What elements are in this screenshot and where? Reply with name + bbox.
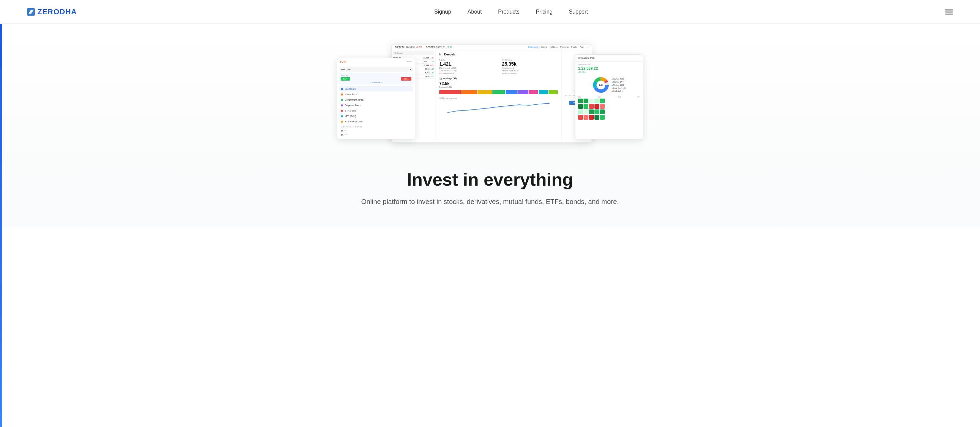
coin-nav-corpbonds[interactable]: Corporate bonds [339, 103, 413, 108]
legend-item-1: ■ Infy Cap 41.93 [611, 78, 625, 81]
hamburger-menu[interactable] [945, 8, 953, 16]
kite-wl-values-3: 2,399 -4.33 [424, 64, 434, 66]
heatmap-cell [589, 98, 594, 103]
kite-line-chart [439, 101, 558, 114]
heatmap-cell [578, 110, 583, 114]
coin-nav-dashboard[interactable]: Dashboard [339, 86, 413, 92]
heatmap-cell [589, 110, 594, 114]
coin-sell-button[interactable]: SELL [401, 77, 411, 81]
kite-commodity-margin: Margin used: 0 [502, 67, 558, 69]
heatmap-cell [578, 104, 583, 109]
kite-wl-change-3: -4.33 [430, 64, 434, 66]
console-header-label: Unrealised P&L [578, 57, 595, 59]
nav-support[interactable]: Support [569, 9, 588, 14]
kite-line-chart-svg [439, 101, 558, 114]
kite-equity-balance: Available balance [439, 72, 495, 75]
nav-about[interactable]: About [468, 9, 482, 14]
kite-nav-tabs: Dashboard Orders Holdings Positions Fund… [528, 46, 588, 48]
kite-wl-change-4: 1.98 [430, 68, 434, 70]
console-screenshot: Unrealised P&L Unrealised P&L 1,22,869.2… [575, 54, 643, 140]
kite-equity-margin: Margin used: 155.25 [439, 67, 456, 69]
nav-pricing[interactable]: Pricing [536, 9, 553, 14]
heatmap-grid [578, 98, 640, 120]
coin-nav-govbonds[interactable]: Government bonds [339, 97, 413, 102]
kite-main-panel: Hi, Deepak Equity 1.42L Margin used: 155… [436, 50, 561, 140]
bar-seg-7 [529, 90, 538, 94]
logo-link[interactable]: ZERODHA [27, 8, 77, 16]
coin-nav-mf-dot [341, 94, 343, 95]
nav-products[interactable]: Products [498, 9, 520, 14]
heatmap-cell [595, 98, 599, 103]
coin-summary: Summary BUY SELL ▲ View chart ▲ [339, 73, 413, 85]
coin-nav-nps[interactable]: NPS (Beta) [339, 114, 413, 119]
coin-topbar: coin Zerodha [337, 58, 415, 65]
heatmap-cell [595, 104, 599, 109]
brand-name: ZERODHA [37, 8, 77, 16]
kite-wl-price-5: 3,192 [425, 72, 430, 74]
coin-nav-corp-label: Corporate bonds [345, 104, 361, 106]
coin-nav-gov-dot [341, 99, 343, 101]
coin-nav-insurance[interactable]: Insurance by Ditto [339, 119, 413, 124]
kite-search[interactable]: 🔍 Search [393, 51, 434, 55]
heatmap-row-3 [578, 110, 640, 114]
kite-tab-holdings[interactable]: Holdings [550, 46, 557, 48]
coin-buy-button[interactable]: BUY [340, 77, 350, 81]
navbar: ZERODHA Signup About Products Pricing Su… [0, 0, 980, 24]
kite-stats-row: Equity 1.42L Margin used: 155.25 Amount … [439, 59, 558, 75]
kite-commodity-label: Commodity [502, 59, 558, 61]
nav-signup[interactable]: Signup [434, 9, 451, 14]
coin-nav-etf-label: ETF & SGS [345, 110, 356, 112]
kite-commodity-value: 25.35k [502, 62, 558, 66]
coin-nav-nps-label: NPS (Beta) [345, 115, 356, 117]
kite-tab-apps[interactable]: Apps [580, 46, 585, 48]
coin-nav-dot [341, 88, 343, 90]
kite-equity-label: Equity [439, 59, 495, 61]
console-pnl-label: Unrealised P&L [578, 63, 640, 66]
heatmap-row-2 [578, 104, 640, 109]
kite-tab-funds[interactable]: Funds [571, 46, 577, 48]
kite-nifty-ticker: NIFTY 50 17453.51 -1.3% [395, 46, 422, 48]
heatmap-cell [584, 115, 588, 120]
coin-dashboard-dropdown[interactable]: Dashboard ▾ [339, 67, 413, 72]
coin-nav-mutualfunds[interactable]: Mutual funds [339, 92, 413, 97]
month-oct: OCT [578, 96, 582, 98]
coin-nav-etf[interactable]: ETF & SGS [339, 108, 413, 113]
bar-seg-4 [492, 90, 505, 94]
coin-nav-nps-dot [341, 115, 343, 117]
heatmap-cell [584, 110, 588, 114]
bar-seg-1 [439, 90, 461, 94]
coin-view-chart: ▲ View chart ▲ [340, 82, 411, 84]
bar-seg-5 [506, 90, 517, 94]
kite-market-overview: 📈 Market overview [439, 97, 558, 114]
kite-equity-avail: Amount used: 10.45k [439, 70, 495, 72]
console-legend: ■ Infy Cap 41.93 ■ Mid Cap 17.44 ■ Flexi… [611, 78, 625, 93]
heatmap-months: OCT NOV DEC JAN [578, 96, 640, 98]
bar-seg-2 [461, 90, 478, 94]
kite-holdings-section: 📊 Holdings (58) 72.5k Invested: 1.23L [439, 77, 558, 94]
kite-holdings-invested: Invested: 1.23L [439, 86, 558, 88]
kite-greeting: Hi, Deepak [439, 53, 558, 56]
hero-text: Invest in everything Online platform to … [347, 170, 632, 207]
kite-tab-positions[interactable]: Positions [560, 46, 569, 48]
coin-fd-dot-2 [341, 134, 343, 136]
kite-bar-chart [439, 90, 558, 94]
chevron-down-icon: ▾ [410, 68, 411, 71]
svg-rect-2 [945, 11, 953, 13]
screenshots-cluster: coin Zerodha Dashboard ▾ Summary BUY SEL… [337, 44, 643, 149]
coin-fd-label-2: FD [344, 133, 347, 136]
kite-holdings-label: 📊 Holdings (58) [439, 77, 457, 80]
kite-tab-dashboard[interactable]: Dashboard [528, 46, 538, 48]
kite-avatar[interactable]: ● [587, 46, 588, 48]
kite-equity-value: 1.42L [439, 62, 495, 66]
coin-tagline: Zerodha [406, 60, 412, 63]
month-nov: NOV [598, 96, 601, 98]
kite-wl-values-6: 1,654 4.20 [425, 75, 434, 78]
coin-fd-item-1: FD [339, 129, 413, 133]
coin-fd-label-1: FD [344, 130, 347, 132]
kite-wl-values-4: 2,315 1.98 [425, 68, 434, 70]
console-donut-chart: Debt [592, 76, 609, 94]
kite-tab-orders[interactable]: Orders [541, 46, 547, 48]
coin-nav-dashboard-label: Dashboard [345, 88, 356, 90]
legend-item-2: ■ Mid Cap 17.44 [611, 81, 625, 84]
bar-seg-6 [518, 90, 528, 94]
